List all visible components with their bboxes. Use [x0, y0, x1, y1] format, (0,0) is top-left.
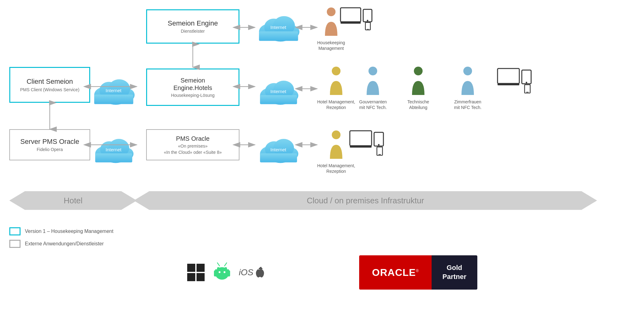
legend-cyan-box: [9, 227, 21, 235]
svg-point-65: [378, 144, 380, 146]
svg-rect-23: [95, 153, 132, 162]
svg-rect-55: [498, 69, 519, 83]
cloud-2: Internet: [90, 76, 137, 105]
svg-point-44: [327, 7, 336, 16]
windows-icon: [187, 263, 205, 282]
semeion-engine-subtitle: Dienstleister: [181, 29, 205, 34]
hotel-mgmt2-label: Hotel Management,Rezeption: [317, 163, 355, 174]
cloud-3: Internet: [255, 77, 302, 105]
svg-rect-60: [526, 92, 529, 92]
legend-gray-text: Externe Anwendungen/Dienstleister: [25, 241, 104, 247]
svg-rect-70: [187, 273, 195, 281]
gold-partner-text: GoldPartner: [442, 263, 466, 281]
svg-point-51: [332, 67, 341, 75]
pms-oracle-sub2: «In the Cloud» oder «Suite 8»: [164, 150, 222, 155]
svg-rect-67: [378, 154, 381, 155]
pms-oracle-sub1: «On premises»: [178, 144, 208, 149]
hotel-band: Hotel: [9, 191, 137, 210]
cloud-band-label: Cloud / on premises Infrastruktur: [307, 196, 424, 206]
technische-person: TechnischeAbteilung: [407, 65, 429, 110]
oracle-badge: ORACLE ® GoldPartner: [359, 255, 477, 290]
legend: Version 1 – Housekeeping Management Exte…: [9, 227, 114, 252]
cloud-5: Internet: [255, 135, 302, 163]
oracle-text: ORACLE: [372, 267, 416, 278]
legend-gray-box: [9, 240, 21, 248]
pms-oracle-title: PMS Oracle: [176, 135, 210, 142]
os-icons: iOS: [187, 262, 265, 283]
diagram-area: Semeion Engine Dienstleister SemeionEngi…: [0, 0, 644, 312]
svg-rect-59: [525, 85, 530, 93]
semeion-engine-hotels-title: SemeionEngine.Hotels: [174, 77, 212, 92]
svg-rect-49: [365, 22, 370, 30]
cloud-band: Cloud / on premises Infrastruktur: [134, 191, 597, 210]
svg-point-48: [367, 20, 368, 21]
hotel-mgmt1-label: Hotel Management,Rezeption: [317, 99, 355, 110]
svg-rect-45: [341, 8, 361, 22]
hotel-band-label: Hotel: [64, 196, 83, 206]
svg-line-79: [225, 263, 227, 266]
zimmerfrauen-person: Zimmerfrauenmit NFC Tech.: [454, 65, 481, 110]
svg-rect-57: [522, 70, 531, 84]
cloud-4: Internet: [90, 135, 137, 163]
svg-point-52: [368, 67, 377, 75]
svg-rect-77: [228, 270, 230, 277]
semeion-engine-hotels-box: SemeionEngine.Hotels Housekeeping-Lösung: [146, 69, 239, 106]
svg-rect-5: [259, 31, 298, 41]
svg-rect-17: [260, 95, 297, 104]
gouvernanten-person: Gouvernantenmit NFC Tech.: [359, 65, 387, 110]
hotel-mgmt1-person: Hotel Management,Rezeption: [317, 65, 355, 110]
svg-rect-68: [187, 264, 195, 272]
semeion-engine-hotels-subtitle: Housekeeping-Lösung: [171, 93, 215, 98]
semeion-engine-title: Semeion Engine: [168, 19, 218, 27]
svg-point-80: [219, 271, 220, 273]
server-pms-subtitle: Fidelio Opera: [37, 147, 63, 152]
client-semeion-box: Client Semeion PMS Client (Windows Servi…: [9, 67, 90, 103]
pms-oracle-box: PMS Oracle «On premises» «In the Cloud» …: [146, 129, 239, 160]
device-group-top: [496, 67, 536, 95]
svg-rect-50: [367, 29, 369, 30]
svg-point-54: [463, 67, 472, 75]
ios-icon: iOS: [239, 267, 265, 278]
svg-point-61: [332, 130, 341, 139]
zimmerfrauen-label: Zimmerfrauenmit NFC Tech.: [454, 99, 481, 110]
android-icon: [213, 262, 231, 283]
svg-rect-62: [350, 131, 372, 146]
svg-point-58: [526, 82, 527, 83]
svg-rect-56: [498, 83, 519, 85]
housekeeping-label: HousekeepingManagement: [317, 40, 345, 51]
svg-rect-29: [260, 153, 297, 162]
housekeeping-device: [339, 6, 373, 32]
legend-cyan: Version 1 – Housekeeping Management: [9, 227, 114, 235]
client-semeion-title: Client Semeion: [26, 78, 73, 86]
svg-point-81: [224, 271, 225, 273]
gouvernanten-label: Gouvernantenmit NFC Tech.: [359, 99, 387, 110]
technische-label: TechnischeAbteilung: [407, 99, 429, 110]
svg-rect-75: [215, 269, 229, 276]
device-group-bottom: [348, 129, 389, 157]
oracle-section: ORACLE ®: [359, 255, 432, 290]
svg-rect-11: [94, 95, 133, 104]
server-pms-title: Server PMS Oracle: [20, 138, 79, 146]
svg-line-78: [217, 263, 220, 266]
svg-rect-64: [374, 132, 383, 146]
svg-rect-63: [350, 146, 372, 148]
svg-rect-66: [377, 147, 382, 155]
client-semeion-subtitle: PMS Client (Windows Service): [20, 87, 80, 92]
svg-rect-71: [197, 273, 205, 281]
gold-partner-section: GoldPartner: [432, 255, 478, 290]
svg-rect-46: [341, 22, 361, 24]
svg-rect-76: [214, 270, 216, 277]
cloud-1: Internet: [255, 12, 302, 42]
svg-point-53: [414, 67, 423, 75]
semeion-engine-box: Semeion Engine Dienstleister: [146, 9, 239, 44]
svg-rect-69: [197, 264, 205, 272]
legend-gray: Externe Anwendungen/Dienstleister: [9, 240, 114, 248]
server-pms-box: Server PMS Oracle Fidelio Opera: [9, 129, 90, 160]
legend-cyan-text: Version 1 – Housekeeping Management: [25, 229, 114, 234]
